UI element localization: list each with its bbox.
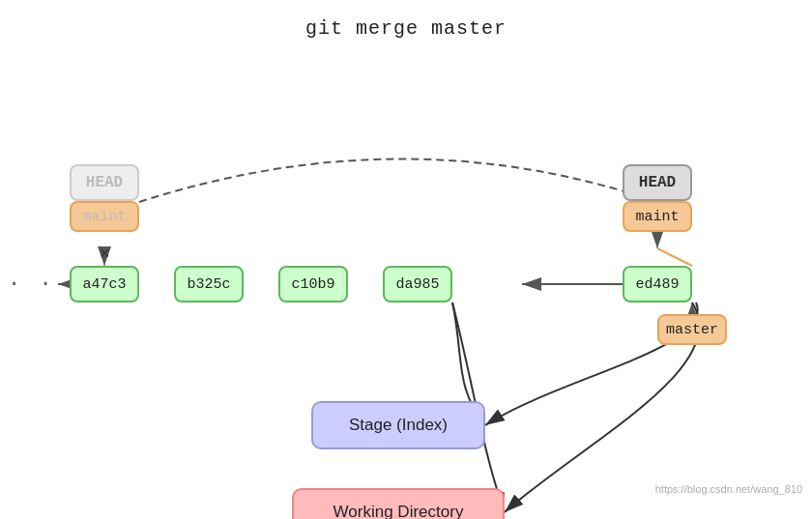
- maint-active: maint: [623, 201, 692, 232]
- commit-c10b9: c10b9: [278, 266, 348, 303]
- stage-box: Stage (Index): [311, 401, 485, 449]
- svg-line-10: [657, 248, 692, 266]
- head-inactive: HEAD: [70, 164, 139, 201]
- x-mark: ×: [100, 245, 110, 264]
- master-branch: master: [657, 314, 727, 345]
- commit-ed489: ed489: [623, 266, 692, 303]
- watermark: https://blog.csdn.net/wang_810: [655, 483, 802, 495]
- maint-inactive: maint: [70, 201, 139, 232]
- head-active: HEAD: [623, 164, 692, 201]
- commit-da985: da985: [383, 266, 452, 303]
- commit-b325c: b325c: [174, 266, 244, 303]
- working-directory-box: Working Directory: [292, 488, 505, 519]
- commit-a47c3: a47c3: [70, 266, 139, 303]
- page-title: git merge master: [0, 0, 812, 40]
